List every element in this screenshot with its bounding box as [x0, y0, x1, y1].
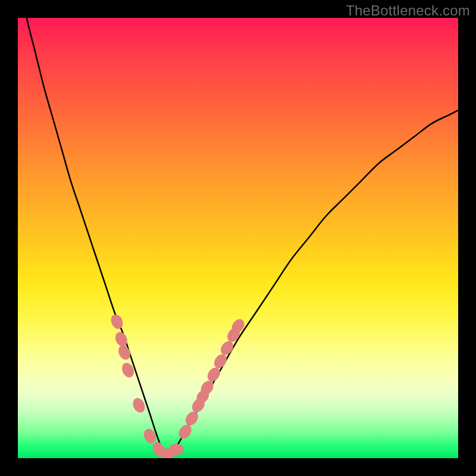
svg-point-8: [169, 444, 184, 455]
svg-point-0: [109, 312, 126, 331]
svg-point-2: [116, 343, 133, 362]
chart-svg: [18, 18, 458, 458]
chart-marker: [169, 444, 184, 455]
chart-marker: [116, 343, 133, 362]
chart-frame: TheBottleneck.com: [0, 0, 476, 476]
bottleneck-curve: [18, 18, 458, 458]
watermark-text: TheBottleneck.com: [346, 2, 470, 19]
chart-plot-area: [18, 18, 458, 458]
chart-marker: [109, 312, 126, 331]
